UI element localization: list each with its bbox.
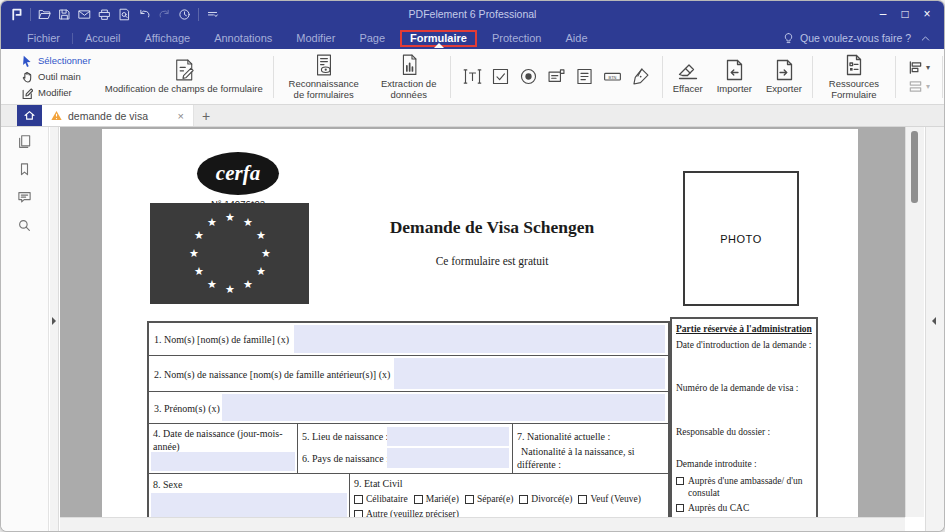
eraser-icon <box>676 58 700 82</box>
form-field-prenom[interactable] <box>222 394 665 421</box>
form-field-date-naissance[interactable] <box>151 452 295 471</box>
distribute-fields-button[interactable]: ▾ <box>908 79 930 94</box>
form-row-4: 4. Date de naissance (jour-mois-année) 5… <box>149 423 668 473</box>
checkbox[interactable] <box>676 477 684 485</box>
menu-annotations[interactable]: Annotations <box>202 30 284 46</box>
field-label-7: 7. Nationalité actuelle : <box>517 431 610 442</box>
checkbox[interactable] <box>354 510 363 518</box>
admin-option-cac: Auprès du CAC <box>676 503 816 515</box>
expand-left-arrow-icon[interactable] <box>932 317 936 325</box>
comments-icon[interactable] <box>17 190 32 205</box>
right-panel-collapse-strip[interactable] <box>925 127 944 531</box>
vertical-scrollbar[interactable] <box>905 127 924 517</box>
customize-toolbar-icon[interactable] <box>206 8 219 21</box>
combo-box-tool[interactable] <box>546 66 567 87</box>
titlebar: PDFelement 6 Professional – □ × <box>1 1 944 27</box>
admin-line-3: Responsable du dossier : <box>676 427 816 439</box>
checkbox[interactable] <box>578 495 587 504</box>
page-thumbnails-icon[interactable] <box>17 134 32 149</box>
cerfa-logo: cerfa <box>197 152 279 195</box>
export-icon <box>772 58 796 82</box>
save-icon[interactable] <box>58 8 71 21</box>
lightbulb-icon <box>782 32 795 45</box>
svg-text:BTN: BTN <box>608 75 616 80</box>
divider <box>273 56 274 98</box>
minimize-button[interactable]: – <box>872 1 894 27</box>
divider <box>662 56 663 98</box>
push-button-tool[interactable]: BTN <box>602 66 623 87</box>
option-celibataire: Célibataire <box>354 494 408 504</box>
form-resources-button[interactable]: Ressources Formulaire <box>816 53 892 101</box>
checkbox[interactable] <box>519 495 528 504</box>
form-field-nom-naissance[interactable] <box>394 358 665 389</box>
divider <box>942 56 943 98</box>
clear-fields-button[interactable]: Effacer <box>666 58 710 95</box>
check-box-tool[interactable] <box>490 66 511 87</box>
form-table: 1. Nom(s) [nom(s) de famille] (x) 2. Nom… <box>147 321 670 517</box>
email-icon[interactable] <box>78 8 91 21</box>
horizontal-scrollbar[interactable] <box>60 517 905 531</box>
menu-affichage[interactable]: Affichage <box>132 30 202 46</box>
bookmarks-icon[interactable] <box>17 162 32 177</box>
select-tool[interactable]: Sélectionner <box>21 53 91 68</box>
menu-formulaire-active[interactable]: Formulaire <box>400 30 477 47</box>
list-box-tool[interactable] <box>574 66 595 87</box>
search-icon[interactable] <box>17 218 32 233</box>
form-recognition-button[interactable]: Reconnaissance de formulaires <box>277 53 371 101</box>
collapse-ribbon-button[interactable] <box>919 32 944 45</box>
menu-protection[interactable]: Protection <box>480 30 554 46</box>
checkbox[interactable] <box>354 495 363 504</box>
import-icon <box>722 58 746 82</box>
form-field-nom[interactable] <box>294 325 665 353</box>
history-icon[interactable] <box>178 8 191 21</box>
close-button[interactable]: × <box>916 1 938 27</box>
checkbox[interactable] <box>414 495 423 504</box>
radio-button-tool[interactable] <box>518 66 539 87</box>
field-label-1: 1. Nom(s) [nom(s) de famille] (x) <box>154 334 289 345</box>
form-field-sexe[interactable] <box>151 493 347 517</box>
menu-modifier[interactable]: Modifier <box>284 30 347 46</box>
app-window: PDFelement 6 Professional – □ × Fichier … <box>0 0 945 532</box>
star-icon: ★ <box>206 216 218 228</box>
preview-icon[interactable] <box>118 8 131 21</box>
help-search[interactable]: Que voulez-vous faire ? <box>782 32 919 45</box>
left-panel-collapse-strip[interactable] <box>50 127 59 531</box>
checkbox[interactable] <box>676 504 684 512</box>
data-extraction-button[interactable]: Extraction de données <box>371 53 447 101</box>
expand-right-arrow-icon[interactable] <box>52 317 56 325</box>
close-tab-icon[interactable]: × <box>178 110 184 122</box>
tab-demande-de-visa[interactable]: demande de visa × <box>42 105 194 126</box>
text-field-tool[interactable] <box>462 66 483 87</box>
menu-fichier[interactable]: Fichier <box>15 30 72 46</box>
tab-label: demande de visa <box>68 110 148 122</box>
open-file-icon[interactable] <box>38 8 51 21</box>
print-icon[interactable] <box>98 8 111 21</box>
cell-divider <box>512 424 513 473</box>
star-icon: ★ <box>255 265 267 277</box>
menu-aide[interactable]: Aide <box>553 30 599 46</box>
menu-accueil[interactable]: Accueil <box>73 30 132 46</box>
maximize-button[interactable]: □ <box>894 1 916 27</box>
admin-option-ambassade: Auprès d'une ambassade/ d'un consulat <box>676 476 816 500</box>
admin-line-2: Numéro de la demande de visa : <box>676 383 816 395</box>
divider <box>30 8 31 21</box>
new-tab-button[interactable]: + <box>194 105 218 126</box>
align-fields-button[interactable]: ▾ <box>908 60 930 75</box>
hand-tool[interactable]: Outil main <box>21 69 91 84</box>
undo-icon[interactable] <box>138 8 151 21</box>
modify-tool[interactable]: Modifier <box>21 85 91 100</box>
home-tab-button[interactable] <box>17 105 42 126</box>
field-label-2: 2. Nom(s) de naissance [nom(s) de famill… <box>154 368 390 379</box>
form-field-pays-naissance[interactable] <box>387 448 509 468</box>
admin-line-4: Demande introduite : <box>676 459 816 471</box>
scrollbar-thumb[interactable] <box>911 131 918 203</box>
checkbox[interactable] <box>465 495 474 504</box>
import-data-button[interactable]: Importer <box>710 58 759 95</box>
menu-page[interactable]: Page <box>347 30 397 46</box>
export-data-button[interactable]: Exporter <box>759 58 809 95</box>
form-field-lieu-naissance[interactable] <box>387 427 509 446</box>
star-icon: ★ <box>242 278 254 290</box>
redo-icon[interactable] <box>158 8 171 21</box>
form-field-edit-button[interactable]: Modification de champs de formulaire <box>98 58 270 95</box>
digital-signature-tool[interactable] <box>630 66 651 87</box>
